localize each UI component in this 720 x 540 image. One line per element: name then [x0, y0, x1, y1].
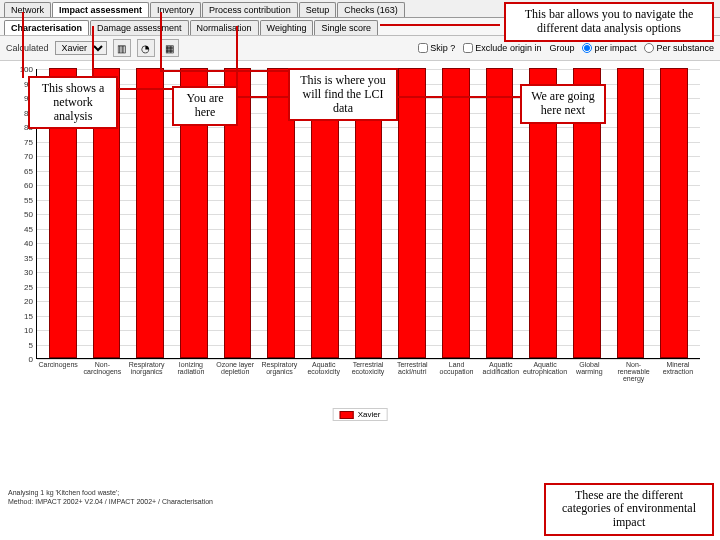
x-tick: Mineral extraction: [656, 361, 700, 382]
footer-text: Analysing 1 kg 'Kitchen food waste'; Met…: [8, 489, 213, 506]
bar: [442, 68, 470, 358]
annotation-categories: These are the different categories of en…: [544, 483, 714, 536]
annotation-network: This shows a network analysis: [28, 76, 118, 129]
x-tick: Aquatic acidification: [479, 361, 523, 382]
y-tick: 35: [15, 253, 33, 262]
bar: [136, 68, 164, 358]
skip-label: Skip ?: [430, 43, 455, 53]
x-tick: Non-carcinogens: [80, 361, 124, 382]
x-tick: Ozone layer depletion: [213, 361, 257, 382]
tab-network[interactable]: Network: [4, 2, 51, 17]
calc-select[interactable]: Xavier: [55, 41, 107, 55]
y-tick: 0: [15, 355, 33, 364]
subtab-weighting[interactable]: Weighting: [260, 20, 314, 35]
x-tick: Terrestrial ecotoxicity: [346, 361, 390, 382]
y-tick: 5: [15, 340, 33, 349]
calc-label: Calculated: [6, 43, 49, 53]
exclude-origin-checkbox[interactable]: [463, 43, 473, 53]
y-tick: 40: [15, 239, 33, 248]
legend-swatch: [340, 411, 354, 419]
bar: [660, 68, 688, 358]
per-impact-label: per impact: [594, 43, 636, 53]
subtab-characterisation[interactable]: Characterisation: [4, 20, 89, 35]
legend: Xavier: [333, 408, 388, 421]
y-tick: 50: [15, 210, 33, 219]
y-tick: 15: [15, 311, 33, 320]
subtab-damage-assessment[interactable]: Damage assessment: [90, 20, 189, 35]
annotation-here: You are here: [172, 86, 238, 126]
x-tick: Ionizing radiation: [169, 361, 213, 382]
footer-line2: Method: IMPACT 2002+ V2.04 / IMPACT 2002…: [8, 498, 213, 506]
exclude-origin-label: Exclude origin in: [475, 43, 541, 53]
bar: [617, 68, 645, 358]
y-tick: 60: [15, 181, 33, 190]
chart-bar-icon[interactable]: ▥: [113, 39, 131, 57]
y-tick: 20: [15, 297, 33, 306]
y-tick: 30: [15, 268, 33, 277]
y-tick: 65: [15, 166, 33, 175]
tab-setup[interactable]: Setup: [299, 2, 337, 17]
y-tick: 70: [15, 152, 33, 161]
x-tick: Terrestrial acid/nutri: [390, 361, 434, 382]
x-tick: Carcinogens: [36, 361, 80, 382]
x-tick: Aquatic ecotoxicity: [302, 361, 346, 382]
y-tick: 100: [15, 65, 33, 74]
y-tick: 45: [15, 224, 33, 233]
per-substance-label: Per substance: [656, 43, 714, 53]
skip-checkbox[interactable]: [418, 43, 428, 53]
x-tick: Respiratory organics: [257, 361, 301, 382]
y-tick: 10: [15, 326, 33, 335]
x-tick: Respiratory inorganics: [125, 361, 169, 382]
footer-line1: Analysing 1 kg 'Kitchen food waste';: [8, 489, 213, 497]
tab-process-contribution[interactable]: Process contribution: [202, 2, 298, 17]
y-tick: 75: [15, 137, 33, 146]
chart-pie-icon[interactable]: ◔: [137, 39, 155, 57]
legend-label: Xavier: [358, 410, 381, 419]
annotation-lci: This is where you will find the LCI data: [288, 68, 398, 121]
tab-checks[interactable]: Checks (163): [337, 2, 405, 17]
x-tick: Land occupation: [434, 361, 478, 382]
subtab-normalisation[interactable]: Normalisation: [190, 20, 259, 35]
annotation-navbar: This bar allows you to navigate the diff…: [504, 2, 714, 42]
tab-inventory[interactable]: Inventory: [150, 2, 201, 17]
x-axis-labels: CarcinogensNon-carcinogensRespiratory in…: [36, 361, 700, 382]
subtab-single-score[interactable]: Single score: [314, 20, 378, 35]
y-tick: 55: [15, 195, 33, 204]
x-tick: Non-renewable energy: [611, 361, 655, 382]
y-tick: 25: [15, 282, 33, 291]
group-label: Group: [549, 43, 574, 53]
annotation-next: We are going here next: [520, 84, 606, 124]
table-icon[interactable]: ▦: [161, 39, 179, 57]
tab-impact-assessment[interactable]: Impact assessment: [52, 2, 149, 17]
bar: [398, 68, 426, 358]
per-impact-radio[interactable]: [582, 43, 592, 53]
x-tick: Aquatic eutrophication: [523, 361, 567, 382]
per-substance-radio[interactable]: [644, 43, 654, 53]
x-tick: Global warming: [567, 361, 611, 382]
bar: [486, 68, 514, 358]
